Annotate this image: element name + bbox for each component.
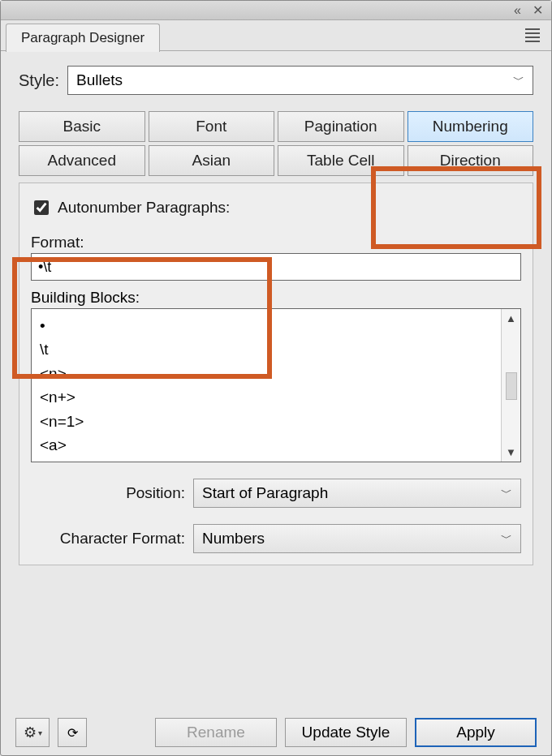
list-item[interactable]: <n>: [40, 362, 493, 385]
refresh-icon: ⟳: [67, 725, 78, 741]
list-item[interactable]: <n=1>: [40, 410, 493, 433]
building-blocks-label: Building Blocks:: [31, 289, 521, 307]
autonumber-checkbox[interactable]: [34, 200, 49, 215]
position-label: Position:: [31, 484, 185, 502]
position-row: Position: Start of Paragraph ﹀: [31, 479, 521, 508]
charformat-value: Numbers: [202, 530, 265, 548]
scroll-down-icon[interactable]: ▼: [506, 446, 516, 458]
list-item[interactable]: <n+>: [40, 385, 493, 409]
update-style-button[interactable]: Update Style: [285, 718, 407, 747]
list-item[interactable]: \t: [40, 337, 493, 361]
apply-button[interactable]: Apply: [415, 718, 537, 747]
style-dropdown[interactable]: Bullets ﹀: [67, 66, 533, 95]
refresh-button[interactable]: ⟳: [58, 718, 87, 747]
subtab-grid: Basic Font Pagination Numbering Advanced…: [19, 111, 533, 176]
chevron-down-icon: ﹀: [501, 486, 512, 500]
collapse-icon[interactable]: «: [514, 3, 521, 18]
format-input[interactable]: [31, 253, 521, 281]
gear-icon: ⚙: [24, 724, 37, 741]
menu-icon[interactable]: [520, 24, 545, 47]
scroll-thumb[interactable]: [506, 372, 517, 400]
charformat-dropdown[interactable]: Numbers ﹀: [193, 524, 521, 553]
list-item[interactable]: •: [40, 314, 493, 337]
charformat-label: Character Format:: [31, 530, 185, 548]
chevron-down-icon: ﹀: [513, 73, 524, 88]
bottom-toolbar: ⚙ ▾ ⟳ Rename Update Style Apply: [1, 710, 551, 755]
settings-menu-button[interactable]: ⚙ ▾: [15, 718, 50, 747]
position-value: Start of Paragraph: [202, 484, 328, 502]
tab-asian[interactable]: Asian: [149, 145, 275, 176]
chevron-down-icon: ▾: [38, 728, 42, 737]
chevron-down-icon: ﹀: [501, 531, 512, 546]
rename-button[interactable]: Rename: [155, 718, 277, 747]
list-item[interactable]: <a>: [40, 433, 493, 457]
tab-table-cell[interactable]: Table Cell: [278, 145, 404, 176]
tab-pagination[interactable]: Pagination: [278, 111, 404, 142]
tab-basic[interactable]: Basic: [19, 111, 145, 142]
style-value: Bullets: [76, 71, 123, 89]
close-icon[interactable]: ✕: [533, 2, 543, 18]
panel-body: Style: Bullets ﹀ Basic Font Pagination N…: [1, 51, 551, 755]
scroll-up-icon[interactable]: ▲: [506, 312, 516, 324]
tab-numbering[interactable]: Numbering: [408, 111, 534, 142]
paragraph-designer-window: « ✕ Paragraph Designer Style: Bullets ﹀ …: [0, 0, 552, 756]
scrollbar[interactable]: ▲ ▼: [501, 309, 520, 462]
panel-tab-paragraph-designer[interactable]: Paragraph Designer: [6, 24, 160, 52]
building-blocks-list: • \t <n> <n+> <n=1> <a>: [32, 309, 501, 462]
autonumber-label: Autonumber Paragraphs:: [58, 199, 230, 217]
tab-direction[interactable]: Direction: [408, 145, 534, 176]
window-titlebar: « ✕: [1, 1, 551, 20]
building-blocks-listbox[interactable]: • \t <n> <n+> <n=1> <a> ▲ ▼: [31, 308, 521, 462]
panel-tab-header: Paragraph Designer: [1, 20, 551, 51]
tab-advanced[interactable]: Advanced: [19, 145, 145, 176]
autonumber-row: Autonumber Paragraphs:: [31, 198, 521, 217]
numbering-panel: Autonumber Paragraphs: Format: Building …: [19, 183, 533, 565]
style-row: Style: Bullets ﹀: [19, 66, 533, 95]
format-label: Format:: [31, 234, 521, 251]
charformat-row: Character Format: Numbers ﹀: [31, 524, 521, 553]
style-label: Style:: [19, 71, 59, 90]
tab-font[interactable]: Font: [149, 111, 275, 142]
position-dropdown[interactable]: Start of Paragraph ﹀: [193, 479, 521, 508]
